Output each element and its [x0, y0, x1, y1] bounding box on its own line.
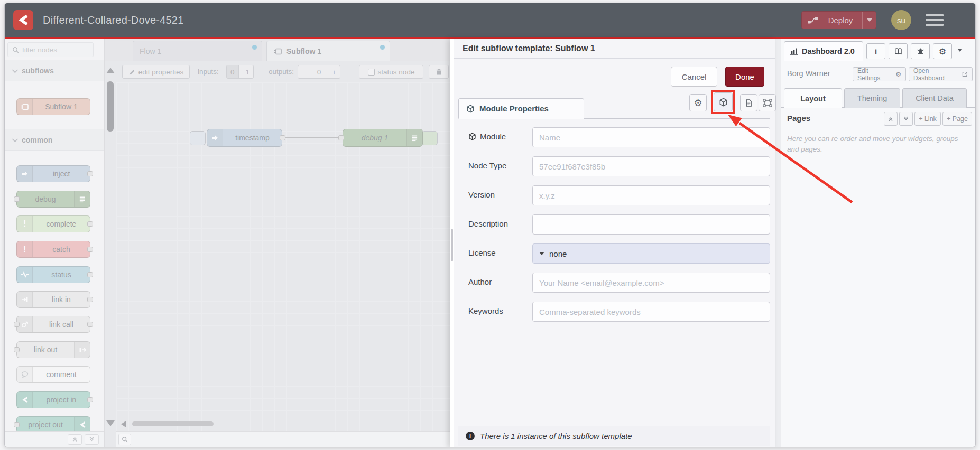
tab-dashboard-2[interactable]: Dashboard 2.0 [784, 41, 863, 61]
external-link-icon [962, 71, 968, 77]
palette-node-status[interactable]: status [16, 266, 90, 283]
appearance-tab-button[interactable] [759, 94, 776, 111]
tab-theming[interactable]: Theming [844, 88, 900, 108]
status-node-checkbox[interactable]: status node [359, 65, 423, 79]
node-port[interactable] [87, 397, 93, 402]
module-input[interactable] [532, 127, 770, 147]
node-port[interactable] [14, 196, 20, 202]
node-port[interactable] [87, 171, 93, 176]
debug-toggle-button[interactable] [422, 131, 438, 145]
scroll-down-icon[interactable] [106, 420, 115, 426]
palette-node-subflow-1[interactable]: Subflow 1 [16, 98, 90, 115]
palette-footer [5, 431, 104, 447]
palette-node-catch[interactable]: ! catch [16, 241, 90, 258]
deploy-options-button[interactable] [862, 12, 876, 29]
node-type-input[interactable] [532, 156, 770, 176]
palette-section-subflows[interactable]: subflows [5, 60, 104, 81]
pages-help-text: Here you can re-order and move your widg… [787, 134, 969, 154]
palette-expand-all-button[interactable] [85, 434, 99, 445]
palette-node-link-call[interactable]: link call [16, 316, 90, 333]
inputs-option-1[interactable]: 1 [242, 65, 254, 78]
node-port[interactable] [14, 347, 20, 352]
node-port[interactable] [87, 272, 93, 277]
author-input[interactable] [532, 273, 770, 293]
node-port[interactable] [87, 247, 93, 252]
node-port[interactable] [87, 221, 93, 227]
outputs-minus-button[interactable]: − [298, 65, 310, 78]
done-button[interactable]: Done [725, 67, 764, 87]
sidebar-menu-caret[interactable] [957, 49, 963, 52]
module-field-label: Module [468, 132, 506, 141]
node-port[interactable] [338, 135, 344, 140]
scrollbar-thumb[interactable] [107, 81, 114, 132]
keywords-input[interactable] [532, 302, 770, 322]
open-dashboard-button[interactable]: Open Dashboard [909, 67, 973, 81]
palette-scrollbar[interactable] [105, 61, 116, 431]
description-input[interactable] [532, 214, 770, 235]
outputs-plus-button[interactable]: + [328, 65, 340, 78]
tab-subflow-1[interactable]: Subflow 1 [266, 41, 390, 61]
version-input[interactable] [532, 185, 770, 205]
edit-properties-button[interactable]: edit properties [122, 65, 190, 79]
node-port[interactable] [14, 422, 20, 427]
inject-run-button[interactable] [190, 131, 206, 145]
node-port[interactable] [14, 322, 20, 327]
chevron-down-icon [12, 67, 18, 72]
help-tab-button[interactable] [889, 43, 908, 59]
palette-collapse-all-button[interactable] [68, 434, 82, 445]
debug-tab-button[interactable] [911, 43, 930, 59]
palette-node-inject[interactable]: inject [16, 165, 90, 182]
tab-flow-1[interactable]: Flow 1 [133, 41, 262, 61]
outputs-stepper[interactable]: − 0 + [298, 65, 340, 79]
delete-subflow-button[interactable] [429, 65, 449, 79]
scrollbar-thumb[interactable] [132, 421, 214, 426]
comment-bubble-icon [17, 367, 33, 382]
scroll-left-icon[interactable] [121, 421, 126, 427]
palette-node-debug[interactable]: debug [16, 191, 90, 208]
canvas-search-button[interactable] [118, 434, 131, 445]
palette-node-complete[interactable]: ! complete [16, 215, 90, 232]
palette-node-project-in[interactable]: project in [16, 391, 90, 408]
add-link-button[interactable]: + Link [914, 112, 941, 126]
node-port[interactable] [280, 135, 285, 140]
trash-icon [436, 68, 442, 76]
module-properties-tab-button[interactable] [714, 92, 733, 111]
debug-lines-icon [74, 191, 90, 207]
add-page-button[interactable]: + Page [942, 112, 972, 126]
node-port[interactable] [87, 322, 93, 327]
canvas-node-timestamp[interactable]: timestamp [207, 129, 282, 147]
wire[interactable] [284, 137, 341, 138]
module-properties-form: Module Node Type Version Description [454, 127, 775, 331]
move-up-button[interactable] [884, 112, 898, 126]
search-icon [12, 46, 19, 53]
palette-search[interactable] [7, 42, 94, 57]
main-menu-button[interactable] [926, 14, 944, 26]
gear-icon: ⚙ [694, 97, 702, 109]
config-tab-button[interactable]: ⚙ [933, 43, 952, 59]
move-down-button[interactable] [899, 112, 913, 126]
palette-section-common[interactable]: common [5, 129, 104, 151]
edit-properties-tab-button[interactable]: ⚙ [689, 94, 707, 111]
tab-client-data[interactable]: Client Data [902, 88, 967, 108]
info-tab-button[interactable]: i [866, 43, 885, 59]
tab-module-properties[interactable]: Module Properties [458, 98, 584, 119]
filter-nodes-input[interactable] [22, 46, 86, 54]
inputs-toggle[interactable]: 0 1 [226, 65, 254, 79]
palette-node-comment[interactable]: comment [16, 366, 90, 383]
license-select[interactable]: none [532, 243, 770, 264]
node-port[interactable] [87, 297, 93, 302]
tray-resize-handle[interactable] [451, 229, 453, 261]
palette-node-link-out[interactable]: link out [16, 341, 90, 358]
description-tab-button[interactable] [740, 94, 757, 111]
canvas-node-debug-1[interactable]: debug 1 [343, 129, 423, 147]
inputs-option-0[interactable]: 0 [227, 65, 239, 78]
edit-settings-button[interactable]: Edit Settings ⚙ [853, 67, 906, 81]
palette-node-link-in[interactable]: link in [16, 291, 90, 308]
deploy-button[interactable]: Deploy [801, 11, 876, 29]
app-window: Different-Collared-Dove-4521 Deploy su s… [4, 3, 976, 447]
cancel-button[interactable]: Cancel [671, 67, 717, 87]
subflow-icon [17, 99, 33, 115]
tab-layout[interactable]: Layout [784, 88, 842, 108]
scroll-up-icon[interactable] [106, 68, 115, 73]
user-avatar[interactable]: su [891, 10, 911, 30]
